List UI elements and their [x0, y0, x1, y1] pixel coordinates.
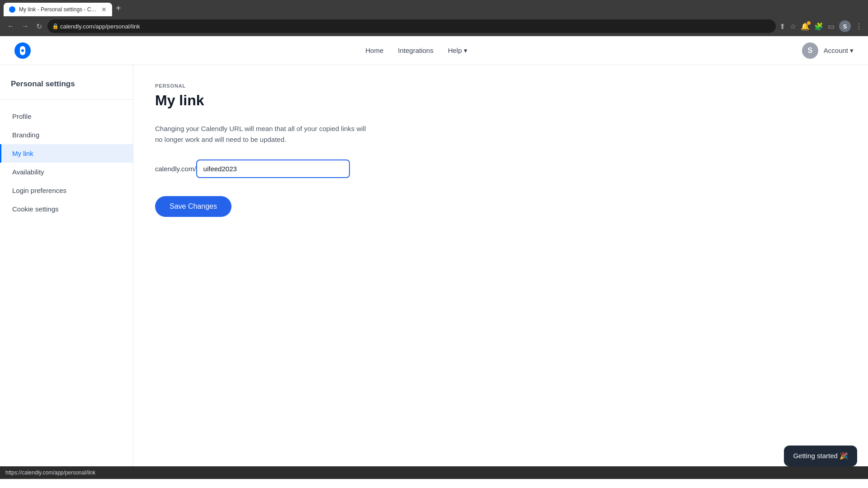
- url-input-row: calendly.com/: [155, 160, 846, 178]
- sidebar-item-profile[interactable]: Profile: [0, 107, 133, 126]
- user-avatar-browser[interactable]: S: [839, 20, 851, 32]
- sidebar-item-branding[interactable]: Branding: [0, 126, 133, 144]
- main-content: PERSONAL My link Changing your Calendly …: [133, 65, 868, 466]
- url-input[interactable]: [196, 160, 350, 178]
- nav-links: Home Integrations Help ▾: [365, 47, 467, 55]
- sidebar-divider: [0, 99, 133, 100]
- address-bar-row: ← → ↻ 🔒 ⬆ ☆ 🔔 🧩 ▭ S ⋮: [0, 16, 868, 36]
- list-item: Profile: [0, 107, 133, 126]
- app: Home Integrations Help ▾ S Account ▾ Per…: [0, 36, 868, 466]
- list-item: My link: [0, 144, 133, 163]
- getting-started-label: Getting started 🎉: [793, 452, 848, 460]
- forward-button[interactable]: →: [20, 20, 31, 32]
- sidebar-nav: Profile Branding My link Availability Lo…: [0, 107, 133, 218]
- svg-point-1: [21, 49, 24, 52]
- top-nav: Home Integrations Help ▾ S Account ▾: [0, 36, 868, 65]
- home-nav-link[interactable]: Home: [365, 47, 383, 54]
- share-icon[interactable]: ⬆: [779, 22, 785, 31]
- section-label: PERSONAL: [155, 83, 846, 89]
- list-item: Cookie settings: [0, 200, 133, 218]
- extensions-icon[interactable]: 🧩: [814, 22, 823, 31]
- new-tab-button[interactable]: +: [112, 0, 125, 16]
- address-bar-wrap: 🔒: [47, 19, 776, 33]
- tab-title: My link - Personal settings - Cal...: [19, 6, 98, 13]
- sidebar: Personal settings Profile Branding My li…: [0, 65, 133, 466]
- sidebar-item-availability[interactable]: Availability: [0, 163, 133, 181]
- help-nav-link[interactable]: Help ▾: [448, 47, 467, 55]
- sidebar-item-cookie-settings[interactable]: Cookie settings: [0, 200, 133, 218]
- account-button[interactable]: Account ▾: [824, 47, 854, 55]
- lock-icon: 🔒: [52, 23, 59, 29]
- calendly-logo-icon: [14, 42, 31, 59]
- address-input[interactable]: [47, 19, 776, 33]
- getting-started-toast[interactable]: Getting started 🎉: [784, 446, 857, 466]
- bottom-bar: https://calendly.com/app/personal/link: [0, 466, 868, 479]
- menu-icon[interactable]: ⋮: [855, 22, 863, 31]
- sidebar-item-my-link[interactable]: My link: [0, 144, 133, 163]
- sidebar-item-login-preferences[interactable]: Login preferences: [0, 181, 133, 200]
- browser-tab[interactable]: My link - Personal settings - Cal... ✕: [4, 3, 112, 16]
- help-dropdown-icon: ▾: [464, 47, 467, 55]
- description-text: Changing your Calendly URL will mean tha…: [155, 123, 372, 145]
- content-area: Personal settings Profile Branding My li…: [0, 65, 868, 466]
- star-icon[interactable]: ☆: [790, 22, 796, 31]
- page-title: My link: [155, 92, 846, 109]
- toolbar-icons: ⬆ ☆ 🔔 🧩 ▭ S ⋮: [779, 20, 863, 32]
- user-avatar-nav[interactable]: S: [802, 42, 818, 59]
- list-item: Login preferences: [0, 181, 133, 200]
- save-changes-button[interactable]: Save Changes: [155, 196, 231, 217]
- account-dropdown-icon: ▾: [850, 47, 854, 55]
- status-url: https://calendly.com/app/personal/link: [5, 469, 95, 476]
- tab-favicon: [9, 6, 15, 13]
- sidebar-title: Personal settings: [0, 80, 133, 96]
- tab-bar: My link - Personal settings - Cal... ✕ +: [0, 0, 868, 16]
- back-button[interactable]: ←: [5, 20, 16, 32]
- tab-close-button[interactable]: ✕: [101, 6, 107, 13]
- list-item: Branding: [0, 126, 133, 144]
- url-prefix: calendly.com/: [155, 165, 196, 173]
- logo[interactable]: [14, 42, 31, 59]
- sidebar-toggle-icon[interactable]: ▭: [828, 22, 835, 31]
- list-item: Availability: [0, 163, 133, 181]
- nav-right: S Account ▾: [802, 42, 854, 59]
- reload-button[interactable]: ↻: [34, 20, 44, 33]
- integrations-nav-link[interactable]: Integrations: [398, 47, 433, 54]
- notification-icon[interactable]: 🔔: [801, 22, 810, 31]
